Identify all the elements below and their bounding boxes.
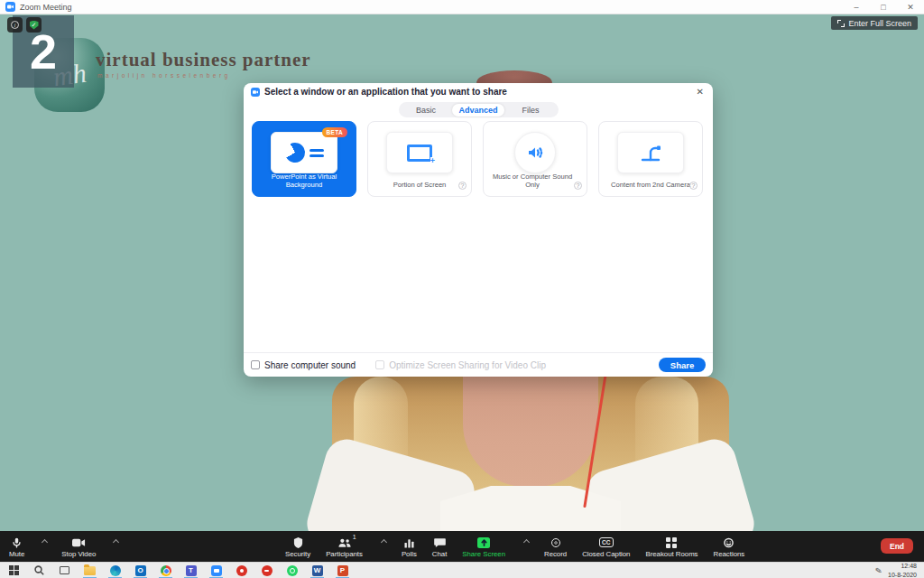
powerpoint-icon[interactable]: P [337,564,348,576]
record-icon [551,536,560,548]
portion-of-screen-icon: + [407,144,432,162]
participant-video [327,377,735,531]
share-computer-sound-checkbox[interactable] [251,360,260,369]
recorder-app-icon-2[interactable] [261,564,273,576]
clock-time: 12:48 [888,562,917,570]
chrome-icon[interactable] [160,564,171,576]
brand-text: virtual business partner marjolijn horss… [96,49,311,79]
share-option-portion-of-screen[interactable]: + Portion of Screen ? [367,121,472,197]
chat-button[interactable]: Chat [432,531,447,562]
chat-bubble-icon [434,536,446,548]
tab-files[interactable]: Files [504,104,557,117]
camera-icon [72,536,86,548]
video-options-caret[interactable] [113,538,119,545]
share-option-computer-sound-only[interactable]: Music or Computer Sound Only ? [483,121,587,197]
whatsapp-icon[interactable] [286,564,298,576]
option-label: Portion of Screen [368,181,471,189]
participants-caret[interactable] [381,538,387,545]
share-screen-caret[interactable] [523,538,530,545]
beta-badge: BETA [322,127,347,137]
brand-name: virtual business partner [96,49,311,71]
security-button[interactable]: Security [285,531,310,562]
participants-count: 1 [353,534,356,540]
minimize-button[interactable]: – [843,0,870,14]
windows-ink-icon[interactable]: ✎ [874,565,882,575]
option-label: Music or Computer Sound Only [484,172,587,189]
presentation-chart-icon [285,143,324,163]
task-view-icon[interactable] [59,564,70,576]
teams-icon[interactable]: T [185,564,197,576]
brand-subtitle: marjolijn horsselenberg [97,72,311,79]
meeting-toolbar: Mute Stop Video Security 1 [0,531,924,562]
option-label: Content from 2nd Camera [599,181,702,189]
optimize-video-clip-checkbox[interactable] [375,360,384,369]
encryption-shield-icon[interactable]: ✓ [26,17,42,33]
optimize-video-clip-label: Optimize Screen Sharing for Video Clip [389,360,546,370]
share-option-powerpoint-virtual-background[interactable]: BETA PowerPoint as Virtual Background [252,121,356,197]
system-clock[interactable]: 12:48 10-8-2020 [888,562,917,578]
share-tabs: Basic Advanced Files [399,102,559,117]
reactions-button[interactable]: Reactions [714,531,745,562]
dialog-close-icon[interactable]: ✕ [695,87,706,97]
zoom-taskbar-icon[interactable] [210,564,222,576]
start-menu-icon[interactable] [8,564,20,576]
meeting-info-icon[interactable]: i [7,17,23,33]
file-explorer-icon[interactable] [84,564,96,576]
end-meeting-button[interactable]: End [881,538,913,554]
microphone-icon [12,536,22,548]
option-label: PowerPoint as Virtual Background [253,172,356,189]
mute-options-caret[interactable] [42,538,48,545]
zoom-dialog-icon [251,88,260,97]
mute-button[interactable]: Mute [9,531,24,562]
help-icon[interactable]: ? [574,182,582,190]
tab-advanced[interactable]: Advanced [452,104,504,117]
participants-icon: 1 [338,536,351,548]
security-shield-icon [293,536,303,548]
os-titlebar: Zoom Meeting – □ ✕ [0,0,924,14]
polls-button[interactable]: Polls [402,531,417,562]
recorder-app-icon-1[interactable] [236,564,247,576]
enter-full-screen-label: Enter Full Screen [848,19,911,28]
enter-full-screen-button[interactable]: Enter Full Screen [831,16,918,30]
polls-icon [404,536,414,548]
search-icon[interactable] [33,564,45,576]
word-icon[interactable]: W [311,564,323,576]
help-icon[interactable]: ? [458,182,467,190]
share-button[interactable]: Share [659,358,706,372]
breakout-rooms-button[interactable]: Breakout Rooms [645,531,698,562]
help-icon[interactable]: ? [689,182,698,190]
document-camera-icon [639,143,662,163]
closed-caption-icon: CC [599,536,614,548]
step-number: 2 [30,27,57,76]
tab-basic[interactable]: Basic [400,104,452,117]
zoom-app-icon [5,2,15,12]
participants-button[interactable]: 1 Participants [326,531,363,562]
zoom-meeting-window: Zoom Meeting – □ ✕ i ✓ 2 mh virtual busi… [0,0,924,578]
closed-caption-button[interactable]: CC Closed Caption [582,531,630,562]
outlook-icon[interactable]: O [134,564,146,576]
breakout-rooms-icon [666,536,677,548]
clock-date: 10-8-2020 [888,571,917,578]
windows-taskbar: O T W P ✎ 12:48 10-8-2020 [0,562,924,578]
reactions-smiley-icon [724,536,734,548]
maximize-button[interactable]: □ [870,0,897,14]
window-title: Zoom Meeting [20,3,72,12]
share-option-content-2nd-camera[interactable]: Content from 2nd Camera ? [598,121,703,197]
stop-video-button[interactable]: Stop Video [61,531,96,562]
expand-icon [837,20,845,27]
close-button[interactable]: ✕ [897,0,924,14]
edge-icon[interactable] [109,564,121,576]
share-computer-sound-label: Share computer sound [264,360,356,370]
share-screen-dialog: Select a window or an application that y… [244,83,713,377]
share-screen-icon [477,536,490,548]
record-button[interactable]: Record [544,531,567,562]
speaker-icon [526,144,544,161]
share-screen-button[interactable]: Share Screen [462,531,505,562]
dialog-title: Select a window or an application that y… [264,87,507,97]
